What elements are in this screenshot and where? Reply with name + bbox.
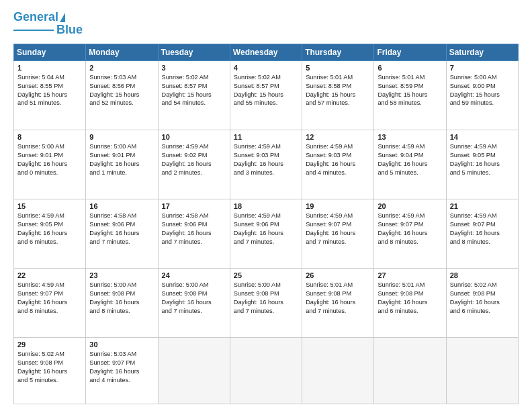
calendar-cell: 13 Sunrise: 4:59 AMSunset: 9:04 PMDaylig… — [374, 130, 446, 199]
day-number: 17 — [162, 202, 226, 210]
col-header-thursday: Thursday — [302, 44, 374, 60]
cell-info: Sunrise: 4:59 AMSunset: 9:07 PMDaylight:… — [306, 212, 370, 246]
day-number: 9 — [89, 133, 154, 141]
day-number: 4 — [234, 64, 298, 72]
day-number: 5 — [306, 64, 370, 72]
calendar-cell: 24 Sunrise: 5:00 AMSunset: 9:08 PMDaylig… — [158, 269, 230, 338]
day-number: 30 — [89, 340, 154, 349]
day-number: 14 — [450, 133, 515, 141]
cell-info: Sunrise: 4:59 AMSunset: 9:03 PMDaylight:… — [306, 142, 370, 177]
cell-info: Sunrise: 5:00 AMSunset: 9:01 PMDaylight:… — [89, 142, 154, 177]
calendar-cell — [374, 338, 446, 404]
cell-info: Sunrise: 5:01 AMSunset: 9:08 PMDaylight:… — [306, 281, 370, 316]
day-number: 8 — [17, 133, 82, 141]
calendar-cell: 26 Sunrise: 5:01 AMSunset: 9:08 PMDaylig… — [302, 269, 374, 338]
calendar-cell: 30 Sunrise: 5:03 AMSunset: 9:07 PMDaylig… — [86, 338, 158, 404]
calendar-cell: 27 Sunrise: 5:01 AMSunset: 9:08 PMDaylig… — [374, 269, 446, 338]
day-number: 1 — [17, 64, 82, 72]
cell-info: Sunrise: 5:00 AMSunset: 9:08 PMDaylight:… — [89, 281, 154, 316]
cell-info: Sunrise: 5:02 AMSunset: 8:57 PMDaylight:… — [234, 73, 298, 108]
calendar-cell: 3 Sunrise: 5:02 AMSunset: 8:57 PMDayligh… — [158, 60, 230, 130]
cell-info: Sunrise: 5:02 AMSunset: 9:08 PMDaylight:… — [17, 350, 82, 385]
cell-info: Sunrise: 4:59 AMSunset: 9:05 PMDaylight:… — [450, 142, 515, 177]
day-number: 15 — [17, 202, 82, 210]
calendar-cell: 18 Sunrise: 4:59 AMSunset: 9:06 PMDaylig… — [230, 199, 302, 269]
day-number: 10 — [162, 133, 226, 141]
calendar-cell: 28 Sunrise: 5:02 AMSunset: 9:08 PMDaylig… — [446, 269, 518, 338]
calendar-cell: 6 Sunrise: 5:01 AMSunset: 8:59 PMDayligh… — [374, 60, 446, 130]
calendar-cell: 12 Sunrise: 4:59 AMSunset: 9:03 PMDaylig… — [302, 130, 374, 199]
cell-info: Sunrise: 4:59 AMSunset: 9:05 PMDaylight:… — [17, 212, 82, 246]
col-header-wednesday: Wednesday — [230, 44, 302, 60]
calendar-cell: 9 Sunrise: 5:00 AMSunset: 9:01 PMDayligh… — [86, 130, 158, 199]
logo-blue: Blue — [56, 23, 83, 37]
cell-info: Sunrise: 5:02 AMSunset: 9:08 PMDaylight:… — [450, 281, 515, 316]
cell-info: Sunrise: 4:58 AMSunset: 9:06 PMDaylight:… — [162, 212, 226, 246]
cell-info: Sunrise: 5:00 AMSunset: 9:01 PMDaylight:… — [17, 142, 82, 177]
day-number: 6 — [378, 64, 442, 72]
calendar-cell: 16 Sunrise: 4:58 AMSunset: 9:06 PMDaylig… — [86, 199, 158, 269]
calendar-cell: 25 Sunrise: 5:00 AMSunset: 9:08 PMDaylig… — [230, 269, 302, 338]
day-number: 12 — [306, 133, 370, 141]
logo: General Blue — [13, 11, 83, 37]
cell-info: Sunrise: 5:00 AMSunset: 9:00 PMDaylight:… — [450, 73, 515, 108]
calendar-cell: 5 Sunrise: 5:01 AMSunset: 8:58 PMDayligh… — [302, 60, 374, 130]
cell-info: Sunrise: 4:59 AMSunset: 9:07 PMDaylight:… — [450, 212, 515, 246]
cell-info: Sunrise: 5:00 AMSunset: 9:08 PMDaylight:… — [234, 281, 298, 316]
logo-general: General — [13, 10, 58, 24]
day-number: 28 — [450, 271, 515, 279]
col-header-saturday: Saturday — [446, 44, 518, 60]
calendar-cell: 14 Sunrise: 4:59 AMSunset: 9:05 PMDaylig… — [446, 130, 518, 199]
calendar-week-5: 29 Sunrise: 5:02 AMSunset: 9:08 PMDaylig… — [14, 338, 519, 404]
logo-triangle-icon — [60, 13, 65, 22]
calendar-cell: 10 Sunrise: 4:59 AMSunset: 9:02 PMDaylig… — [158, 130, 230, 199]
calendar-cell: 15 Sunrise: 4:59 AMSunset: 9:05 PMDaylig… — [14, 199, 86, 269]
day-number: 20 — [378, 202, 442, 210]
cell-info: Sunrise: 5:03 AMSunset: 8:56 PMDaylight:… — [89, 73, 154, 108]
calendar-table: SundayMondayTuesdayWednesdayThursdayFrid… — [13, 44, 519, 404]
cell-info: Sunrise: 5:01 AMSunset: 8:58 PMDaylight:… — [306, 73, 370, 108]
calendar-cell: 17 Sunrise: 4:58 AMSunset: 9:06 PMDaylig… — [158, 199, 230, 269]
day-number: 23 — [89, 271, 154, 279]
day-number: 16 — [89, 202, 154, 210]
calendar-cell: 11 Sunrise: 4:59 AMSunset: 9:03 PMDaylig… — [230, 130, 302, 199]
day-number: 7 — [450, 64, 515, 72]
day-number: 13 — [378, 133, 442, 141]
cell-info: Sunrise: 4:59 AMSunset: 9:07 PMDaylight:… — [17, 281, 82, 316]
day-number: 2 — [89, 64, 154, 72]
page: General Blue SundayMondayTuesdayWednesda… — [0, 0, 532, 411]
calendar-cell — [302, 338, 374, 404]
day-number: 21 — [450, 202, 515, 210]
cell-info: Sunrise: 5:00 AMSunset: 9:08 PMDaylight:… — [162, 281, 226, 316]
day-number: 22 — [17, 271, 82, 279]
calendar-cell: 1 Sunrise: 5:04 AMSunset: 8:55 PMDayligh… — [14, 60, 86, 130]
day-number: 11 — [234, 133, 298, 141]
calendar-cell: 19 Sunrise: 4:59 AMSunset: 9:07 PMDaylig… — [302, 199, 374, 269]
col-header-sunday: Sunday — [14, 44, 86, 60]
header: General Blue — [13, 11, 519, 37]
calendar-cell: 22 Sunrise: 4:59 AMSunset: 9:07 PMDaylig… — [14, 269, 86, 338]
logo-line — [13, 30, 54, 31]
day-number: 27 — [378, 271, 442, 279]
cell-info: Sunrise: 5:01 AMSunset: 9:08 PMDaylight:… — [378, 281, 442, 316]
calendar-cell: 8 Sunrise: 5:00 AMSunset: 9:01 PMDayligh… — [14, 130, 86, 199]
day-number: 29 — [17, 340, 82, 349]
cell-info: Sunrise: 4:59 AMSunset: 9:02 PMDaylight:… — [162, 142, 226, 177]
cell-info: Sunrise: 5:02 AMSunset: 8:57 PMDaylight:… — [162, 73, 226, 108]
cell-info: Sunrise: 4:58 AMSunset: 9:06 PMDaylight:… — [89, 212, 154, 246]
col-header-tuesday: Tuesday — [158, 44, 230, 60]
day-number: 25 — [234, 271, 298, 279]
calendar-cell: 29 Sunrise: 5:02 AMSunset: 9:08 PMDaylig… — [14, 338, 86, 404]
cell-info: Sunrise: 4:59 AMSunset: 9:04 PMDaylight:… — [378, 142, 442, 177]
cell-info: Sunrise: 5:01 AMSunset: 8:59 PMDaylight:… — [378, 73, 442, 108]
calendar-week-4: 22 Sunrise: 4:59 AMSunset: 9:07 PMDaylig… — [14, 269, 519, 338]
calendar-cell — [446, 338, 518, 404]
day-number: 19 — [306, 202, 370, 210]
calendar-cell: 4 Sunrise: 5:02 AMSunset: 8:57 PMDayligh… — [230, 60, 302, 130]
calendar-cell: 2 Sunrise: 5:03 AMSunset: 8:56 PMDayligh… — [86, 60, 158, 130]
calendar-cell — [230, 338, 302, 404]
calendar-week-1: 1 Sunrise: 5:04 AMSunset: 8:55 PMDayligh… — [14, 60, 519, 130]
calendar-cell: 7 Sunrise: 5:00 AMSunset: 9:00 PMDayligh… — [446, 60, 518, 130]
col-header-monday: Monday — [86, 44, 158, 60]
day-number: 24 — [162, 271, 226, 279]
